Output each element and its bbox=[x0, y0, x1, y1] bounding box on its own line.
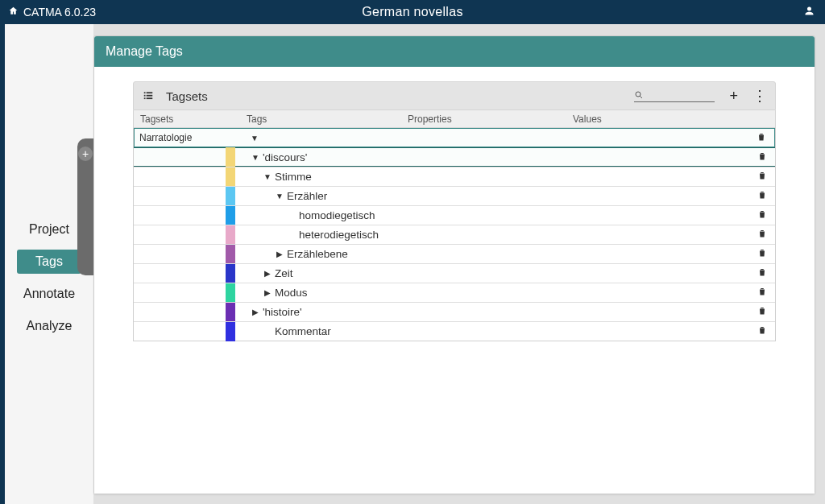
chevron-down-icon[interactable]: ▼ bbox=[251, 153, 259, 162]
user-icon[interactable] bbox=[803, 5, 815, 19]
chevron-right-icon[interactable]: ▶ bbox=[263, 288, 272, 297]
col-tagsets: Tagsets bbox=[134, 114, 247, 125]
color-swatch bbox=[226, 167, 235, 187]
tag-row[interactable]: ▼'discours' bbox=[134, 147, 775, 167]
list-icon bbox=[142, 90, 155, 101]
sidebar-item-tags[interactable]: Tags bbox=[17, 250, 81, 274]
chevron-right-icon[interactable]: ▶ bbox=[263, 269, 272, 278]
sidebar-item-analyze[interactable]: Analyze bbox=[17, 314, 81, 338]
col-properties: Properties bbox=[408, 114, 573, 125]
delete-tag-button[interactable] bbox=[757, 324, 767, 338]
app-header: CATMA 6.0.23 German novellas bbox=[0, 0, 825, 24]
tagset-row[interactable]: Narratologie ▼ bbox=[134, 128, 775, 147]
tag-label: Erzählebene bbox=[287, 248, 348, 260]
tagsets-toolbar: Tagsets + ⋮ bbox=[133, 81, 776, 110]
toolbar-section-label: Tagsets bbox=[166, 89, 208, 103]
tag-row[interactable]: ▶Erzählebene bbox=[134, 244, 775, 263]
delete-tag-button[interactable] bbox=[757, 170, 767, 184]
color-swatch bbox=[226, 283, 235, 303]
svg-rect-1 bbox=[147, 92, 153, 93]
add-tagset-button[interactable]: + bbox=[729, 88, 738, 105]
color-swatch bbox=[226, 187, 235, 206]
tag-row[interactable]: ▶'histoire' bbox=[134, 302, 775, 321]
svg-point-6 bbox=[636, 92, 641, 97]
color-swatch bbox=[226, 245, 235, 264]
delete-tagset-button[interactable] bbox=[757, 131, 766, 145]
collapse-handle[interactable]: + bbox=[77, 138, 93, 275]
tag-label: Erzähler bbox=[287, 190, 327, 202]
delete-tag-button[interactable] bbox=[757, 228, 767, 242]
delete-tag-button[interactable] bbox=[757, 247, 767, 261]
tag-cell: ▼Stimme bbox=[235, 171, 312, 183]
app-name: CATMA 6.0.23 bbox=[23, 6, 96, 19]
search-icon bbox=[634, 90, 644, 100]
svg-rect-0 bbox=[144, 92, 146, 93]
sidebar-item-annotate[interactable]: Annotate bbox=[17, 282, 81, 306]
tag-label: Zeit bbox=[275, 267, 293, 279]
tag-cell: ▶Erzählebene bbox=[235, 248, 348, 260]
tag-rows: Narratologie ▼ ▼'discours'▼Stimme▼Erzähl… bbox=[133, 128, 776, 341]
chevron-down-icon[interactable]: ▼ bbox=[276, 192, 284, 200]
svg-line-7 bbox=[641, 96, 643, 98]
delete-tag-button[interactable] bbox=[757, 286, 767, 300]
chevron-right-icon[interactable]: ▶ bbox=[251, 308, 259, 316]
svg-rect-4 bbox=[144, 97, 146, 99]
tag-row[interactable]: ▶Zeit bbox=[134, 263, 775, 283]
tag-label: Modus bbox=[275, 287, 308, 299]
tag-label: 'histoire' bbox=[263, 306, 302, 318]
tag-cell: heterodiegetisch bbox=[235, 229, 379, 241]
search-field[interactable] bbox=[634, 89, 715, 102]
search-input[interactable] bbox=[644, 89, 708, 101]
tag-cell: ▶Zeit bbox=[235, 267, 293, 279]
tag-cell: ▶Modus bbox=[235, 287, 308, 299]
tag-cell: ▼'discours' bbox=[235, 151, 307, 163]
home-icon[interactable] bbox=[8, 6, 19, 19]
plus-circle-icon: + bbox=[78, 147, 93, 161]
tag-row[interactable]: ▼Erzähler bbox=[134, 186, 775, 205]
svg-rect-3 bbox=[147, 95, 153, 97]
color-swatch bbox=[226, 303, 235, 322]
color-swatch bbox=[226, 206, 235, 225]
chevron-down-icon[interactable]: ▼ bbox=[251, 134, 259, 143]
tag-row[interactable]: homodiegetisch bbox=[134, 205, 775, 225]
sidebar-item-project[interactable]: Project bbox=[17, 217, 81, 242]
tag-row[interactable]: heterodiegetisch bbox=[134, 225, 775, 244]
svg-rect-5 bbox=[147, 97, 153, 99]
more-menu-button[interactable]: ⋮ bbox=[752, 87, 767, 105]
delete-tag-button[interactable] bbox=[757, 305, 767, 319]
color-swatch bbox=[226, 147, 235, 167]
chevron-right-icon[interactable]: ▶ bbox=[276, 250, 284, 258]
tag-row[interactable]: ▼Stimme bbox=[134, 167, 775, 186]
col-values: Values bbox=[573, 114, 775, 125]
tag-label: 'discours' bbox=[263, 151, 307, 163]
delete-tag-button[interactable] bbox=[757, 266, 767, 280]
tag-label: heterodiegetisch bbox=[299, 229, 379, 241]
tag-row[interactable]: Kommentar bbox=[134, 321, 775, 341]
column-headers: Tagsets Tags Properties Values bbox=[133, 110, 776, 128]
color-swatch bbox=[226, 264, 235, 283]
tagset-name: Narratologie bbox=[139, 132, 192, 143]
color-swatch bbox=[226, 322, 235, 341]
tag-cell: Kommentar bbox=[235, 325, 331, 337]
tag-cell: ▶'histoire' bbox=[235, 306, 302, 318]
delete-tag-button[interactable] bbox=[757, 189, 767, 203]
manage-tags-panel: Manage Tags Tagsets bbox=[93, 35, 815, 494]
panel-title: Manage Tags bbox=[94, 36, 815, 67]
tag-cell: homodiegetisch bbox=[235, 209, 375, 221]
tag-row[interactable]: ▶Modus bbox=[134, 283, 775, 302]
project-title: German novellas bbox=[0, 5, 825, 19]
col-tags: Tags bbox=[247, 114, 408, 125]
tag-cell: ▼Erzähler bbox=[235, 190, 327, 202]
color-swatch bbox=[226, 225, 235, 245]
delete-tag-button[interactable] bbox=[757, 209, 767, 222]
tag-label: Kommentar bbox=[275, 325, 331, 337]
tag-label: Stimme bbox=[275, 171, 312, 183]
tag-label: homodiegetisch bbox=[299, 209, 375, 221]
svg-rect-2 bbox=[144, 95, 146, 97]
chevron-down-icon[interactable]: ▼ bbox=[263, 172, 272, 181]
delete-tag-button[interactable] bbox=[757, 151, 767, 164]
